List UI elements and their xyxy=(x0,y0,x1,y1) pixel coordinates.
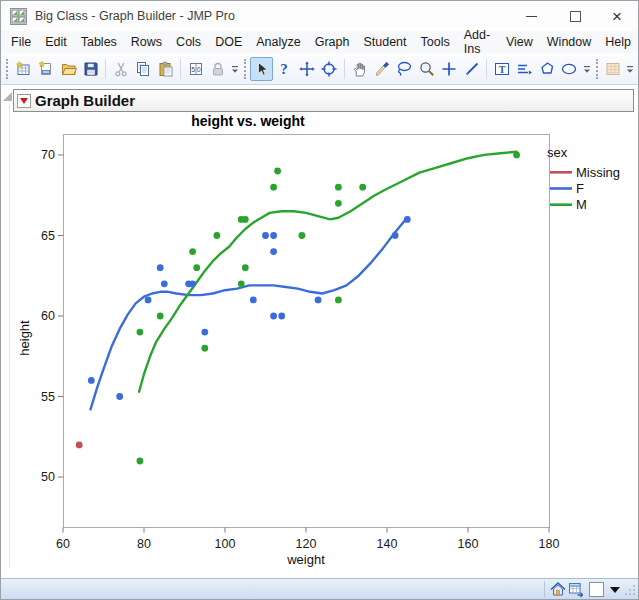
legend-label-F[interactable]: F xyxy=(576,181,584,196)
close-button[interactable]: × xyxy=(602,2,632,30)
point-M[interactable] xyxy=(242,216,249,223)
point-F[interactable] xyxy=(157,264,164,271)
point-M[interactable] xyxy=(270,184,277,191)
y-tick-label[interactable]: 55 xyxy=(41,390,55,404)
point-M[interactable] xyxy=(201,345,208,352)
menu-student[interactable]: Student xyxy=(356,33,413,51)
y-tick-label[interactable]: 70 xyxy=(41,148,55,162)
toolbar-grip[interactable] xyxy=(6,59,8,79)
toolbar-overflow-icon[interactable] xyxy=(624,57,636,81)
menu-rows[interactable]: Rows xyxy=(124,33,169,51)
x-tick-label[interactable]: 140 xyxy=(377,537,398,551)
legend-label-Missing[interactable]: Missing xyxy=(576,165,620,180)
minimize-button[interactable] xyxy=(516,2,546,30)
home-icon[interactable] xyxy=(549,580,567,598)
menu-view[interactable]: View xyxy=(499,33,540,51)
x-tick-label[interactable]: 80 xyxy=(137,537,151,551)
point-F[interactable] xyxy=(270,313,277,320)
open-icon[interactable] xyxy=(57,57,80,81)
oval-tool-icon[interactable] xyxy=(558,57,581,81)
point-F[interactable] xyxy=(270,248,277,255)
polygon-tool-icon[interactable] xyxy=(536,57,559,81)
y-tick-label[interactable]: 60 xyxy=(41,309,55,323)
paste-icon[interactable] xyxy=(155,57,178,81)
point-M[interactable] xyxy=(299,232,306,239)
y-tick-label[interactable]: 65 xyxy=(41,229,55,243)
point-M[interactable] xyxy=(335,200,342,207)
arrow-tool-icon[interactable] xyxy=(250,57,273,81)
point-F[interactable] xyxy=(278,313,285,320)
maximize-button[interactable] xyxy=(560,2,590,30)
point-M[interactable] xyxy=(157,313,164,320)
menu-tables[interactable]: Tables xyxy=(74,33,124,51)
menu-analyze[interactable]: Analyze xyxy=(249,33,307,51)
brush-tool-icon[interactable] xyxy=(318,57,341,81)
x-tick-label[interactable]: 160 xyxy=(458,537,479,551)
copy-icon[interactable] xyxy=(132,57,155,81)
point-M[interactable] xyxy=(137,329,144,336)
menu-help[interactable]: Help xyxy=(598,33,638,51)
graph-canvas[interactable]: 60801001201401601805055606570 MissingFM … xyxy=(1,85,639,578)
paint-tool-icon[interactable] xyxy=(370,57,393,81)
point-Missing[interactable] xyxy=(76,442,83,449)
point-F[interactable] xyxy=(392,232,399,239)
toolbar-overflow-icon[interactable] xyxy=(229,57,241,81)
point-M[interactable] xyxy=(335,297,342,304)
point-F[interactable] xyxy=(88,377,95,384)
dropdown-caret-icon[interactable] xyxy=(610,587,620,593)
menu-edit[interactable]: Edit xyxy=(38,33,74,51)
save-icon[interactable] xyxy=(80,57,103,81)
menu-window[interactable]: Window xyxy=(540,33,598,51)
x-axis-label[interactable]: weight xyxy=(286,552,325,567)
legend-label-M[interactable]: M xyxy=(576,197,587,212)
new-data-table-icon[interactable] xyxy=(12,57,35,81)
line-tool-icon[interactable] xyxy=(461,57,484,81)
window-settings-icon[interactable]: 50 xyxy=(184,57,207,81)
point-F[interactable] xyxy=(145,297,152,304)
point-F[interactable] xyxy=(201,329,208,336)
lock-icon[interactable] xyxy=(207,57,230,81)
point-M[interactable] xyxy=(274,168,281,175)
point-M[interactable] xyxy=(137,458,144,465)
table-disabled-icon[interactable] xyxy=(602,57,625,81)
point-M[interactable] xyxy=(238,280,245,287)
point-F[interactable] xyxy=(189,280,196,287)
point-M[interactable] xyxy=(335,184,342,191)
menu-file[interactable]: File xyxy=(4,33,38,51)
point-F[interactable] xyxy=(270,232,277,239)
plot-frame[interactable] xyxy=(64,135,550,528)
point-F[interactable] xyxy=(161,280,168,287)
lasso-tool-icon[interactable] xyxy=(393,57,416,81)
toolbar-grip[interactable] xyxy=(596,59,598,79)
help-tool-icon[interactable]: ? xyxy=(273,57,296,81)
menu-tools[interactable]: Tools xyxy=(414,33,457,51)
text-tool-icon[interactable]: T xyxy=(490,57,513,81)
menu-cols[interactable]: Cols xyxy=(169,33,208,51)
menu-graph[interactable]: Graph xyxy=(308,33,357,51)
resize-grip-icon[interactable] xyxy=(623,582,636,600)
point-M[interactable] xyxy=(242,264,249,271)
lines-tool-icon[interactable] xyxy=(513,57,536,81)
cut-icon[interactable] xyxy=(109,57,132,81)
point-F[interactable] xyxy=(116,393,123,400)
color-swatch[interactable] xyxy=(589,582,604,597)
y-tick-label[interactable]: 50 xyxy=(41,470,55,484)
point-F[interactable] xyxy=(315,297,322,304)
x-tick-label[interactable]: 60 xyxy=(56,537,70,551)
table-window-icon[interactable] xyxy=(567,580,585,598)
point-M[interactable] xyxy=(189,248,196,255)
menu-doe[interactable]: DOE xyxy=(208,33,249,51)
point-M[interactable] xyxy=(193,264,200,271)
hand-tool-icon[interactable] xyxy=(348,57,371,81)
point-F[interactable] xyxy=(250,297,257,304)
toolbar-overflow-icon[interactable] xyxy=(581,57,593,81)
x-tick-label[interactable]: 180 xyxy=(539,537,560,551)
zoom-tool-icon[interactable] xyxy=(415,57,438,81)
x-tick-label[interactable]: 120 xyxy=(296,537,317,551)
toolbar-grip[interactable] xyxy=(244,59,246,79)
point-F[interactable] xyxy=(404,216,411,223)
crosshair-tool-icon[interactable] xyxy=(438,57,461,81)
point-M[interactable] xyxy=(513,152,520,159)
point-M[interactable] xyxy=(214,232,221,239)
point-M[interactable] xyxy=(359,184,366,191)
